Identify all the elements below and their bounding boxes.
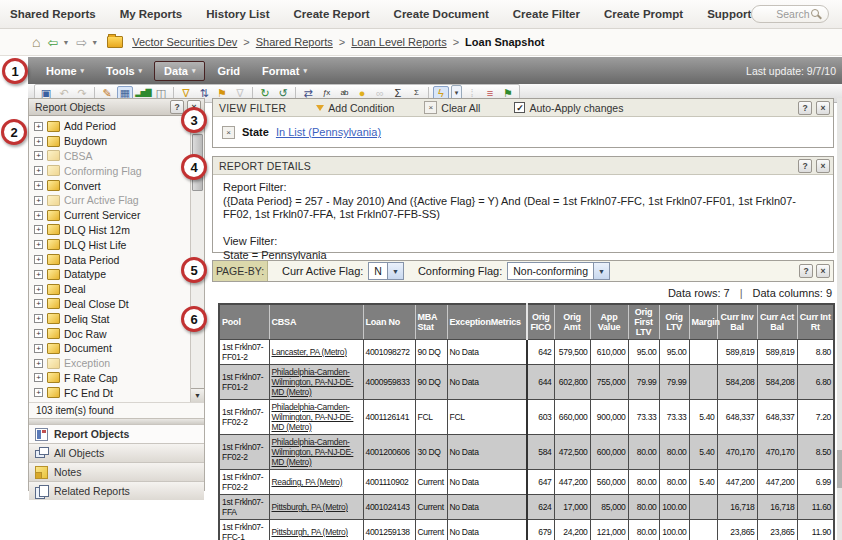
menu-grid[interactable]: Grid (207, 61, 250, 81)
column-header-mba-stat[interactable]: MBA Stat (415, 304, 447, 340)
panel-close-button[interactable]: × (816, 264, 830, 278)
column-header-exceptionmetrics[interactable]: ExceptionMetrics (447, 304, 527, 340)
page-by-select-conforming-flag[interactable]: Non-conforming▼ (507, 262, 610, 280)
expand-icon[interactable]: + (34, 137, 43, 146)
expand-icon[interactable]: + (34, 211, 43, 220)
tree-item-conforming-flag[interactable]: +Conforming Flag (29, 163, 204, 178)
topnav-create-filter[interactable]: Create Filter (513, 8, 580, 20)
window-scrollbar-thumb[interactable] (837, 450, 842, 488)
tree-item-document[interactable]: +Document (29, 341, 204, 356)
expand-icon[interactable]: + (34, 344, 43, 353)
topnav-history-list[interactable]: History List (206, 8, 269, 20)
expand-icon[interactable]: + (34, 240, 43, 249)
tree-item-deal-close-dt[interactable]: +Deal Close Dt (29, 297, 204, 312)
expand-icon[interactable]: + (34, 225, 43, 234)
expand-icon[interactable]: + (34, 314, 43, 323)
menu-data[interactable]: Data▾ (154, 61, 205, 81)
tree-item-curr-active-flag[interactable]: +Curr Active Flag (29, 193, 204, 208)
menu-home[interactable]: Home▾ (36, 61, 94, 81)
chevron-down-icon[interactable]: ▼ (387, 263, 403, 279)
cbsa-link[interactable]: Reading, PA (Metro) (272, 477, 343, 487)
panel-help-button[interactable]: ? (170, 100, 184, 114)
cbsa-link[interactable]: Philadelphia-Camden-Wilmington, PA-NJ-DE… (272, 437, 354, 467)
panel-close-button[interactable]: × (816, 101, 830, 115)
topnav-shared-reports[interactable]: Shared Reports (10, 8, 96, 20)
clear-all-button[interactable]: × Clear All (424, 101, 480, 114)
sidebar-tab-related-reports[interactable]: Related Reports (29, 481, 204, 500)
tree-item-deliq-stat[interactable]: +Deliq Stat (29, 311, 204, 326)
sidebar-tab-notes[interactable]: Notes (29, 462, 204, 481)
page-by-select-curr-active-flag[interactable]: N▼ (368, 262, 404, 280)
tree-item-current-servicer[interactable]: +Current Servicer (29, 208, 204, 223)
expand-icon[interactable]: + (34, 329, 43, 338)
cbsa-link[interactable]: Pittsburgh, PA (Metro) (272, 502, 348, 512)
tree-item-datatype[interactable]: +Datatype (29, 267, 204, 282)
tree-item-buydown[interactable]: +Buydown (29, 134, 204, 149)
tree-item-deal[interactable]: +Deal (29, 282, 204, 297)
expand-icon[interactable]: + (34, 122, 43, 131)
tree-item-fc-end-typ[interactable]: +FC End Typ (29, 400, 204, 402)
home-icon[interactable]: ⌂ (32, 34, 40, 50)
tree-item-dlq-hist-12m[interactable]: +DLQ Hist 12m (29, 223, 204, 238)
parent-folder-icon[interactable] (107, 36, 123, 48)
condition-link[interactable]: In List (Pennsylvania) (276, 126, 381, 138)
chevron-down-icon[interactable]: ▼ (593, 263, 609, 279)
menu-format[interactable]: Format▾ (252, 61, 317, 81)
column-header-orig-amt[interactable]: Orig Amt (554, 304, 590, 340)
breadcrumb-link-vector-securities-dev[interactable]: Vector Securities Dev (132, 36, 237, 48)
column-header-loan-no[interactable]: Loan No (363, 304, 415, 340)
forward-icon[interactable]: ⇨ (76, 36, 87, 49)
search-input[interactable]: Search (758, 8, 809, 20)
expand-icon[interactable]: + (34, 373, 43, 382)
expand-icon[interactable]: + (34, 359, 43, 368)
expand-icon[interactable]: + (34, 388, 43, 397)
tree-item-cbsa[interactable]: +CBSA (29, 149, 204, 164)
auto-apply-checkbox[interactable]: ✓ (514, 102, 525, 113)
expand-icon[interactable]: + (34, 196, 43, 205)
column-header-pool[interactable]: Pool (219, 304, 269, 340)
expand-icon[interactable]: + (34, 285, 43, 294)
column-header-margin[interactable]: Margin (689, 304, 717, 340)
expand-icon[interactable]: + (34, 270, 43, 279)
column-header-curr-act-bal[interactable]: Curr Act Bal (757, 304, 797, 340)
tree-item-doc-raw[interactable]: +Doc Raw (29, 326, 204, 341)
cbsa-link[interactable]: Philadelphia-Camden-Wilmington, PA-NJ-DE… (272, 402, 354, 432)
column-header-curr-int-rt[interactable]: Curr Int Rt (797, 304, 834, 340)
topnav-create-report[interactable]: Create Report (294, 8, 370, 20)
tree-item-f-rate-cap[interactable]: +F Rate Cap (29, 371, 204, 386)
column-header-cbsa[interactable]: CBSA (269, 304, 363, 340)
expand-icon[interactable]: + (34, 299, 43, 308)
remove-condition-icon[interactable]: × (222, 126, 235, 139)
column-header-app-value[interactable]: App Value (590, 304, 628, 340)
topnav-create-prompt[interactable]: Create Prompt (604, 8, 683, 20)
tree-item-exception[interactable]: +Exception (29, 356, 204, 371)
expand-icon[interactable]: + (34, 151, 43, 160)
auto-apply-toggle[interactable]: ✓ Auto-Apply changes (514, 102, 623, 114)
column-header-orig-fico[interactable]: Orig FICO (527, 304, 554, 340)
expand-icon[interactable]: + (34, 255, 43, 264)
cbsa-link[interactable]: Pittsburgh, PA (Metro) (272, 527, 348, 537)
expand-icon[interactable]: + (34, 166, 43, 175)
panel-help-button[interactable]: ? (799, 264, 813, 278)
topnav-support[interactable]: Support (707, 8, 751, 20)
cbsa-link[interactable]: Lancaster, PA (Metro) (272, 347, 347, 357)
sidebar-tab-report-objects[interactable]: Report Objects (29, 424, 204, 443)
window-scrollbar[interactable] (837, 98, 842, 540)
back-dropdown-icon[interactable]: ▼ (62, 39, 69, 46)
tree-item-add-period[interactable]: +Add Period (29, 119, 204, 134)
search-icon[interactable] (810, 8, 822, 20)
back-icon[interactable]: ⇦ (47, 36, 58, 49)
tree-item-fc-end-dt[interactable]: +FC End Dt (29, 385, 204, 400)
breadcrumb-link-shared-reports[interactable]: Shared Reports (256, 36, 333, 48)
search-box[interactable]: Search (751, 5, 828, 23)
sidebar-tab-all-objects[interactable]: All Objects (29, 443, 204, 462)
column-header-curr-inv-bal[interactable]: Curr Inv Bal (717, 304, 757, 340)
tree-scroll-down-icon[interactable]: ▼ (191, 388, 204, 402)
topnav-my-reports[interactable]: My Reports (120, 8, 183, 20)
column-header-orig-ltv[interactable]: Orig LTV (659, 304, 689, 340)
breadcrumb-link-loan-level-reports[interactable]: Loan Level Reports (351, 36, 446, 48)
topnav-create-document[interactable]: Create Document (394, 8, 489, 20)
column-header-orig-first-ltv[interactable]: Orig First LTV (628, 304, 659, 340)
expand-icon[interactable]: + (34, 181, 43, 190)
tree-item-dlq-hist-life[interactable]: +DLQ Hist Life (29, 237, 204, 252)
